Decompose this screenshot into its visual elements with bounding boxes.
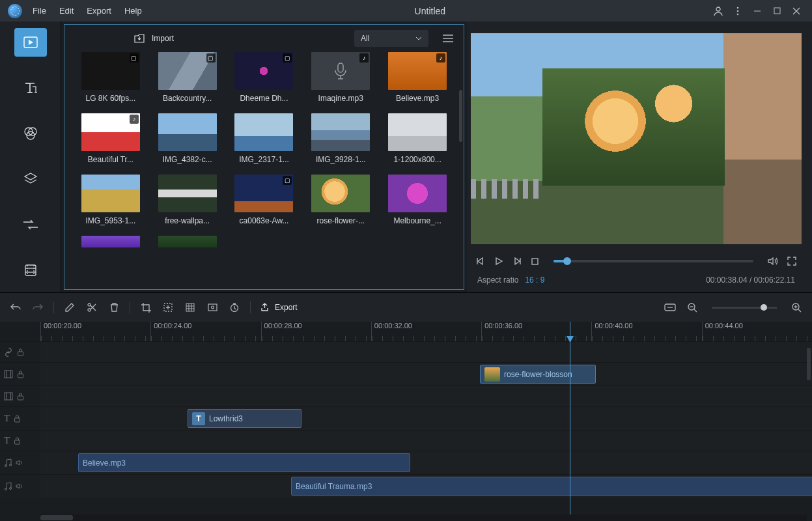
media-item[interactable]: IMG_4382-c... bbox=[153, 113, 222, 164]
duration-button[interactable] bbox=[228, 303, 241, 312]
mute-icon[interactable] bbox=[16, 483, 24, 490]
lock-icon[interactable] bbox=[14, 437, 21, 445]
media-scrollbar[interactable] bbox=[459, 90, 462, 142]
kebab-menu-icon[interactable] bbox=[733, 6, 743, 16]
fullscreen-button[interactable] bbox=[787, 257, 796, 266]
playhead[interactable] bbox=[570, 322, 570, 521]
media-item-label: free-wallpa... bbox=[155, 216, 220, 225]
svg-rect-5 bbox=[774, 8, 780, 14]
freeze-frame-button[interactable] bbox=[206, 303, 219, 311]
zoom-out-button[interactable] bbox=[686, 303, 699, 313]
media-item[interactable]: rose-flower-... bbox=[306, 175, 375, 225]
clip-text-lowthrid[interactable]: TLowthrid3 bbox=[188, 409, 301, 428]
media-item-label: Backcountry... bbox=[155, 94, 220, 103]
fit-timeline-button[interactable] bbox=[664, 303, 677, 311]
tool-transitions[interactable] bbox=[14, 210, 47, 239]
media-item[interactable]: 1-1200x800... bbox=[383, 113, 452, 164]
menu-file[interactable]: File bbox=[27, 3, 51, 18]
stop-button[interactable] bbox=[531, 257, 539, 266]
media-item[interactable]: ♪Beautiful Tr... bbox=[76, 113, 145, 164]
tool-text[interactable] bbox=[14, 74, 47, 102]
media-thumbnail bbox=[81, 175, 140, 212]
svg-rect-21 bbox=[338, 63, 343, 72]
preview-pip-clip[interactable] bbox=[542, 68, 725, 186]
import-button[interactable]: Import bbox=[75, 33, 174, 44]
maximize-icon[interactable] bbox=[772, 6, 782, 16]
media-item[interactable]: free-wallpa... bbox=[153, 175, 222, 225]
media-filter-dropdown[interactable]: All bbox=[354, 30, 428, 47]
prev-frame-button[interactable] bbox=[476, 257, 485, 266]
media-item[interactable]: Melbourne_... bbox=[383, 175, 452, 225]
media-item[interactable]: ♪Believe.mp3 bbox=[383, 52, 452, 103]
account-icon[interactable] bbox=[713, 6, 723, 16]
lock-icon[interactable] bbox=[14, 415, 21, 423]
tool-elements[interactable] bbox=[14, 256, 47, 285]
preview-canvas[interactable] bbox=[471, 33, 802, 244]
svg-rect-31 bbox=[186, 303, 194, 311]
media-item-label: rose-flower-... bbox=[308, 216, 373, 225]
tool-overlays[interactable] bbox=[14, 165, 47, 193]
svg-point-28 bbox=[88, 303, 91, 306]
play-button[interactable] bbox=[494, 257, 503, 266]
zoom-slider[interactable] bbox=[712, 307, 777, 309]
media-item[interactable]: ▢LG 8K 60fps... bbox=[76, 52, 145, 103]
aspect-ratio-value[interactable]: 16 : 9 bbox=[525, 275, 544, 285]
media-item-label: Melbourne_... bbox=[385, 216, 450, 225]
media-item[interactable]: ♪Imaqine.mp3 bbox=[306, 52, 375, 103]
tool-media[interactable] bbox=[14, 28, 47, 57]
clip-video-rose[interactable]: rose-flower-blosson bbox=[480, 365, 596, 384]
import-icon bbox=[133, 33, 145, 44]
track-audio-1: Believe.mp3 bbox=[0, 451, 812, 474]
media-item-label: IMG_2317-1... bbox=[231, 155, 296, 164]
next-frame-button[interactable] bbox=[512, 257, 522, 266]
menu-export[interactable]: Export bbox=[81, 3, 117, 18]
media-item-label: IMG_5953-1... bbox=[78, 216, 143, 225]
svg-rect-27 bbox=[532, 259, 538, 264]
timeline-ruler[interactable]: 00:00:20.0000:00:24.0000:00:28.0000:00:3… bbox=[40, 322, 812, 341]
media-item[interactable]: IMG_5953-1... bbox=[76, 175, 145, 225]
media-item[interactable] bbox=[76, 236, 145, 247]
lock-icon[interactable] bbox=[17, 348, 24, 356]
lock-icon[interactable] bbox=[17, 371, 24, 378]
media-item[interactable]: IMG_2317-1... bbox=[230, 113, 299, 164]
seek-slider[interactable] bbox=[553, 260, 753, 262]
list-view-toggle[interactable] bbox=[443, 34, 453, 43]
edit-button[interactable] bbox=[63, 303, 76, 312]
media-item[interactable]: IMG_3928-1... bbox=[306, 113, 375, 164]
media-type-badge-icon: ♪ bbox=[359, 53, 369, 63]
media-thumbnail bbox=[234, 113, 293, 151]
minimize-icon[interactable] bbox=[752, 6, 763, 16]
lock-icon[interactable] bbox=[17, 393, 24, 401]
crop-button[interactable] bbox=[139, 303, 152, 313]
clip-audio-beautiful[interactable]: Beautiful Trauma.mp3 bbox=[291, 477, 812, 496]
svg-point-61 bbox=[10, 488, 12, 490]
aspect-ratio-label: Aspect ratio bbox=[477, 275, 518, 285]
menu-help[interactable]: Help bbox=[119, 3, 147, 18]
zoom-in-button[interactable] bbox=[790, 303, 803, 313]
timeline-hscrollbar[interactable] bbox=[40, 514, 807, 521]
media-item[interactable]: ▢ca0063e-Aw... bbox=[230, 175, 299, 225]
undo-button[interactable] bbox=[9, 303, 22, 312]
text-icon: T bbox=[4, 435, 10, 446]
timeline-vscrollbar[interactable] bbox=[807, 348, 811, 380]
add-marker-button[interactable] bbox=[161, 303, 175, 312]
menu-edit[interactable]: Edit bbox=[54, 3, 79, 18]
media-item[interactable] bbox=[153, 236, 222, 247]
split-button[interactable] bbox=[85, 303, 98, 312]
delete-button[interactable] bbox=[107, 303, 120, 312]
tool-filters[interactable] bbox=[14, 119, 47, 148]
media-item[interactable]: ▢Backcountry... bbox=[153, 52, 222, 103]
volume-button[interactable] bbox=[768, 257, 778, 266]
mute-icon[interactable] bbox=[16, 459, 24, 466]
media-thumbnail bbox=[158, 113, 217, 151]
close-icon[interactable] bbox=[791, 6, 802, 16]
preview-panel: Aspect ratio 16 : 9 00:00:38.04 / 00:06:… bbox=[467, 21, 812, 292]
clip-audio-believe[interactable]: Believe.mp3 bbox=[78, 453, 410, 472]
media-item[interactable]: ▢Dheeme Dh... bbox=[230, 52, 299, 103]
mosaic-button[interactable] bbox=[184, 303, 197, 312]
left-toolstrip bbox=[0, 21, 61, 292]
media-type-badge-icon: ♪ bbox=[436, 53, 445, 63]
redo-button[interactable] bbox=[31, 303, 44, 312]
export-button[interactable]: Export bbox=[260, 303, 298, 312]
svg-point-37 bbox=[211, 306, 214, 309]
